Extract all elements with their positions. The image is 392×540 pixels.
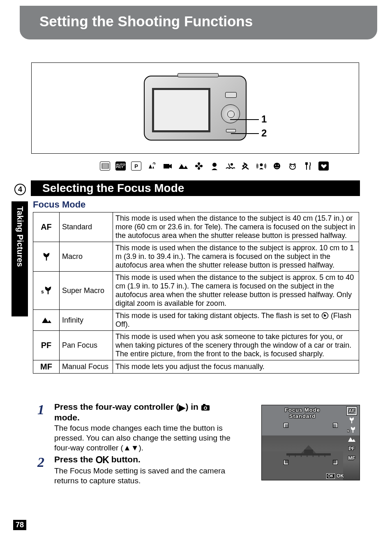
svg-point-11 [198,165,200,167]
pet-icon [287,162,297,171]
svg-point-8 [198,167,200,170]
mode-name: Super Macro [60,272,113,310]
chapter-badge: 4 [14,184,26,195]
table-heading: Focus Mode [33,199,85,210]
lcd-super-macro-icon: s [347,426,357,434]
title-banner: Setting the Shooting Functions [20,6,377,39]
diagram-label-1: 1 [261,113,267,125]
heart-icon [318,162,329,171]
movie-icon [162,162,173,171]
mode-desc: This mode is used when the distance to t… [113,212,359,242]
lcd-mf-icon: MF [347,454,357,462]
leader-line-2 [231,133,259,134]
svg-point-14 [260,164,263,166]
step-number: 1 [33,403,44,453]
af-icon: AF [33,212,60,242]
mode-desc: This mode is used for taking distant obj… [113,310,359,331]
mode-name: Pan Focus [60,331,113,360]
side-tab: Taking Pictures [12,201,28,316]
pier-illustration [286,442,331,457]
frame-icon [100,162,110,171]
super-macro-icon: s [33,272,60,310]
mode-desc: This mode lets you adjust the focus manu… [113,360,359,374]
svg-point-9 [195,165,198,167]
svg-rect-27 [286,453,331,455]
camera-diagram [31,62,359,154]
mode-name: Standard [60,212,113,242]
lcd-macro-icon [347,416,357,425]
auto-pict-icon: AUTOPICT [115,162,126,171]
pf-icon: PF [33,331,60,360]
surf-icon [225,162,235,171]
night-icon [147,162,157,171]
mode-icon-row: AUTOPICT P [100,162,359,171]
leader-line-1 [230,119,259,120]
lcd-preview: Focus Mode Standard AF s PF MF OK OK [261,405,360,480]
step-head: Press the OK button. [54,455,235,465]
diagram-label-2: 2 [261,127,267,139]
lcd-icon-column: AF s PF MF [346,407,358,462]
lcd-af-icon: AF [347,407,357,415]
step-head: Press the four-way controller (▶) in mod… [54,402,235,422]
table-row: s Super Macro This mode is used when the… [33,272,359,310]
table-row: Infinity This mode is used for taking di… [33,310,359,331]
svg-rect-35 [304,450,313,453]
kids-icon [272,162,282,171]
page-number: 78 [13,520,26,530]
svg-point-18 [290,164,295,169]
step-body: The focus mode changes each time the but… [54,423,235,452]
four-way-controller-icon [221,104,240,123]
infinity-icon [33,310,60,331]
svg-point-16 [275,165,276,166]
svg-rect-5 [164,164,169,168]
svg-point-10 [200,165,203,167]
table-row: MF Manual Focus This mode lets you adjus… [33,360,359,374]
step-body: The Focus Mode setting is saved and the … [54,466,235,486]
svg-point-12 [212,163,217,167]
svg-point-17 [277,165,279,166]
mode-desc: This mode is used when the distance to t… [113,272,359,310]
svg-point-7 [198,162,200,165]
right-arrow-icon: ▶ [179,403,185,413]
portrait-icon [209,162,219,171]
svg-point-26 [204,407,206,409]
camera-outline [144,76,247,141]
macro-icon [33,242,60,272]
svg-text:s: s [347,429,349,433]
mode-desc: This mode is used when the distance to t… [113,242,359,272]
mode-name: Infinity [60,310,113,331]
stabilizer-icon [256,162,266,171]
section-title: Selecting the Focus Mode [31,180,360,196]
focus-mode-table: AF Standard This mode is used when the d… [33,212,359,374]
food-icon [303,162,313,171]
svg-point-20 [293,166,294,167]
capture-mode-icon [201,404,210,411]
landscape-icon [178,162,188,171]
table-row: PF Pan Focus This mode is used when you … [33,331,359,360]
lcd-ok-indicator: OK OK [326,473,344,479]
sport-icon [240,162,251,171]
mf-icon: MF [33,360,60,374]
table-row: Macro This mode is used when the distanc… [33,242,359,272]
svg-point-19 [291,166,292,167]
mode-desc: This mode is used when you ask someone t… [113,331,359,360]
ok-button-icon: OK [95,455,109,465]
lcd-infinity-icon [347,435,357,443]
lcd-pf-icon: PF [347,445,357,453]
svg-point-15 [274,163,280,169]
lcd-title: Focus Mode Standard [262,407,343,419]
svg-text:s: s [41,289,44,295]
table-row: AF Standard This mode is used when the d… [33,212,359,242]
program-icon: P [131,162,141,171]
step-number: 2 [33,455,44,486]
mode-name: Macro [60,242,113,272]
mode-name: Manual Focus [60,360,113,374]
flower-icon [194,162,204,171]
svg-point-13 [231,163,233,166]
page-title: Setting the Shooting Functions [39,13,377,30]
svg-rect-24 [203,404,205,406]
